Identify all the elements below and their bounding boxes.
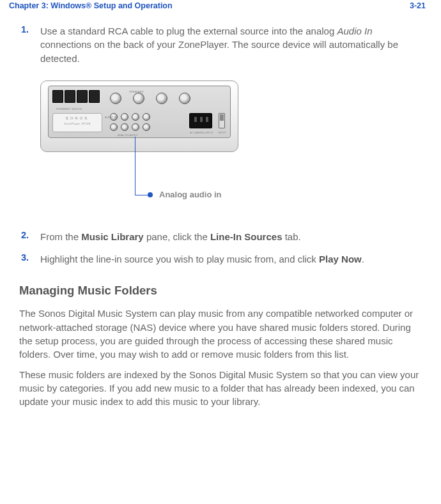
callout-label: Analog audio in (159, 190, 222, 199)
device-logo: SONOS ZonePlayer ZP100 (52, 113, 102, 132)
callout-dot-icon (148, 192, 153, 197)
ethernet-ports (52, 90, 102, 107)
paragraph: These music folders are indexed by the S… (19, 368, 426, 409)
section-heading: Managing Music Folders (19, 284, 426, 298)
audio-jack-icon (121, 123, 128, 131)
device-figure: ETHERNET SWITCH SONOS ZonePlayer ZP100 S… (40, 77, 426, 204)
step-text: From the Music Library pane, click the L… (40, 230, 301, 243)
step-number: 3. (21, 252, 40, 266)
speaker-jack-icon (133, 93, 144, 104)
voltage-switch-icon (219, 113, 225, 128)
audio-jack-icon (121, 113, 128, 121)
paragraph: The Sonos Digital Music System can play … (19, 307, 426, 361)
audio-jack-icon (110, 123, 118, 131)
audio-jack-icon (132, 123, 139, 131)
step-text: Use a standard RCA cable to plug the ext… (40, 24, 426, 65)
speaker-jack-icon (156, 93, 167, 104)
speaker-jack-icon (179, 93, 190, 104)
step-number: 1. (21, 24, 40, 65)
step-1: 1. Use a standard RCA cable to plug the … (21, 24, 426, 65)
power-socket-icon (189, 113, 212, 128)
step-3: 3. Highlight the line-in source you wish… (21, 252, 426, 266)
callout-line (135, 195, 149, 195)
audio-jack-icon (132, 113, 139, 121)
step-text: Highlight the line-in source you wish to… (40, 252, 364, 266)
audio-jack-icon (143, 113, 150, 121)
audio-jack-icon (143, 123, 150, 131)
step-2: 2. From the Music Library pane, click th… (21, 230, 426, 243)
speaker-jack-icon (110, 93, 121, 104)
callout-line (135, 137, 135, 195)
chapter-label: Chapter 3: Windows® Setup and Operation (9, 1, 173, 10)
step-number: 2. (21, 230, 40, 243)
page-number: 3-21 (410, 1, 426, 10)
